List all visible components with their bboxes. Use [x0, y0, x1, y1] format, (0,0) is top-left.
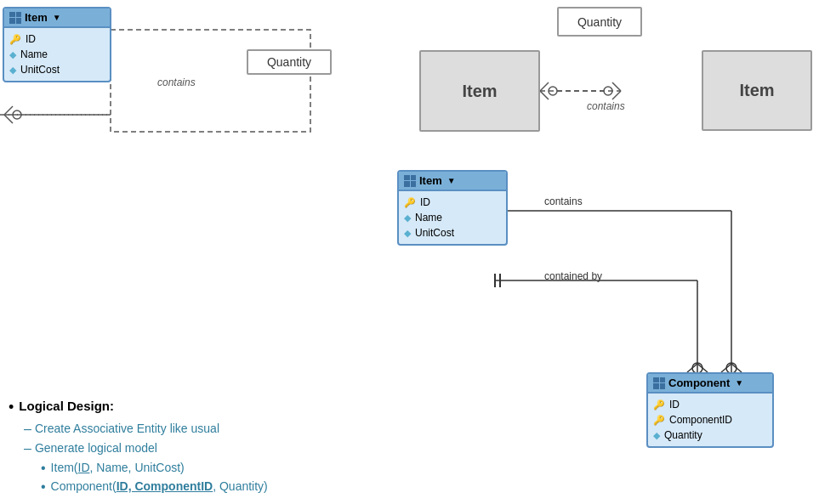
- contains-label-2: contains: [587, 100, 625, 112]
- entity-body: 🔑 ID 🔑 ComponentID ◆ Quantity: [648, 394, 772, 446]
- quantity-label-box-top: Quantity: [247, 49, 332, 75]
- item-bullet-1: •: [41, 461, 46, 476]
- field-name: Quantity: [664, 429, 702, 441]
- svg-line-2: [4, 106, 13, 115]
- diamond-icon: ◆: [653, 430, 660, 441]
- field-row-id: 🔑 ID: [9, 31, 105, 47]
- field-name: ID: [420, 196, 430, 208]
- field-name: Name: [20, 48, 48, 60]
- entity-item-topleft: Item ▼ 🔑 ID ◆ Name ◆ UnitCost: [3, 7, 111, 82]
- svg-rect-0: [111, 30, 310, 132]
- dropdown-arrow: ▼: [447, 176, 456, 185]
- text-section: • Logical Design: – Create Associative E…: [9, 399, 374, 496]
- svg-line-24: [731, 364, 742, 372]
- quantity-label: Quantity: [267, 55, 311, 69]
- dash-2: –: [24, 441, 31, 456]
- field-row-name: ◆ Name: [404, 210, 501, 225]
- grid-icon: [9, 12, 21, 24]
- dropdown-arrow: ▼: [735, 378, 743, 388]
- key-icon: 🔑: [404, 197, 416, 208]
- entity-name: Item: [25, 11, 48, 24]
- grid-icon: [653, 377, 665, 389]
- key-icon: 🔑: [653, 415, 665, 426]
- sub-bullet-1: Create Associative Entity like usual: [35, 422, 219, 435]
- field-row-unitcost: ◆ UnitCost: [9, 62, 105, 77]
- main-bullet: Logical Design:: [19, 399, 114, 413]
- item-1: Item(ID, Name, UnitCost): [51, 461, 185, 474]
- item-label: Item: [739, 81, 774, 100]
- field-name: UnitCost: [415, 227, 454, 239]
- grid-icon: [404, 175, 416, 187]
- svg-line-8: [540, 91, 549, 99]
- item-label: Item: [462, 82, 497, 101]
- svg-line-3: [4, 115, 13, 123]
- entity-name: Component: [668, 377, 730, 389]
- item-bullet-2: •: [41, 479, 46, 495]
- field-row-unitcost: ◆ UnitCost: [404, 225, 501, 241]
- dash-1: –: [24, 422, 31, 437]
- entity-body: 🔑 ID ◆ Name ◆ UnitCost: [4, 28, 110, 81]
- diagram-area: Item ▼ 🔑 ID ◆ Name ◆ UnitCost Quantity c…: [0, 0, 819, 504]
- svg-line-23: [721, 364, 731, 372]
- svg-point-12: [604, 87, 612, 95]
- field-row-id: 🔑 ID: [653, 397, 767, 412]
- svg-line-10: [612, 82, 621, 91]
- diamond-icon: ◆: [9, 65, 16, 76]
- entity-item-simple-right: Item: [702, 50, 812, 131]
- field-name: ID: [26, 33, 36, 45]
- entity-header: Item ▼: [399, 172, 506, 191]
- sub-bullet-2: Generate logical model: [35, 441, 157, 455]
- diamond-icon: ◆: [404, 228, 411, 239]
- entity-name: Item: [419, 174, 442, 187]
- key-icon: 🔑: [653, 399, 665, 411]
- field-row-name: ◆ Name: [9, 47, 105, 62]
- contains-label-3: contains: [544, 195, 583, 207]
- field-name: UnitCost: [20, 64, 60, 76]
- key-icon: 🔑: [9, 34, 21, 45]
- field-row-quantity: ◆ Quantity: [653, 428, 767, 443]
- entity-header: Item ▼: [4, 8, 110, 28]
- contains-label-1: contains: [157, 76, 196, 88]
- entity-item-simple-left: Item: [419, 50, 540, 132]
- entity-body: 🔑 ID ◆ Name ◆ UnitCost: [399, 191, 506, 244]
- field-name: ComponentID: [669, 414, 732, 426]
- quantity-label-box-right: Quantity: [557, 7, 642, 37]
- field-row-id: 🔑 ID: [404, 195, 501, 210]
- dropdown-arrow: ▼: [53, 13, 61, 22]
- bullet-dot: •: [9, 399, 14, 416]
- diamond-icon: ◆: [404, 212, 411, 224]
- svg-line-11: [612, 91, 621, 99]
- quantity-label-mid: Quantity: [577, 15, 622, 29]
- svg-point-9: [549, 87, 557, 95]
- svg-line-26: [687, 364, 697, 372]
- field-row-componentid: 🔑 ComponentID: [653, 412, 767, 428]
- diamond-icon: ◆: [9, 49, 16, 60]
- entity-header: Component ▼: [648, 374, 772, 394]
- svg-line-27: [697, 364, 708, 372]
- entity-item-middle: Item ▼ 🔑 ID ◆ Name ◆ UnitCost: [397, 170, 508, 246]
- item-2: Component(ID, ComponentID, Quantity): [51, 479, 268, 493]
- contained-by-label: contained by: [544, 270, 602, 282]
- entity-component: Component ▼ 🔑 ID 🔑 ComponentID ◆ Quantit…: [646, 372, 774, 448]
- svg-line-7: [540, 82, 549, 91]
- field-name: ID: [669, 399, 680, 411]
- field-name: Name: [415, 212, 442, 224]
- svg-point-4: [13, 110, 21, 119]
